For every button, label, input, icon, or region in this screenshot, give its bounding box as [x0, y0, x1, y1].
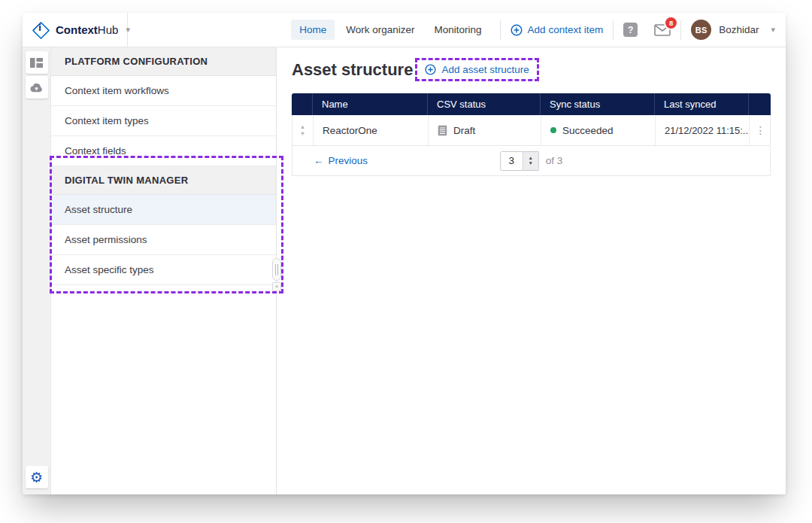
section-platform-configuration: PLATFORM CONFIGURATION	[51, 47, 276, 76]
expand-down-icon: ▼	[300, 132, 305, 136]
divider	[500, 20, 501, 40]
expand-up-icon: ▲	[300, 125, 305, 129]
cell-last-synced: 21/12/2022 11:15:...	[655, 115, 749, 145]
notification-count-badge: 8	[665, 17, 677, 29]
gear-icon: ⚙	[30, 470, 43, 485]
sidebar-scrollbar-thumb[interactable]	[272, 258, 281, 281]
previous-page-button[interactable]: ← Previous	[314, 155, 368, 166]
sidebar-item-context-item-types[interactable]: Context item types	[51, 106, 276, 136]
page-header: Asset structure Add asset structure	[292, 58, 771, 81]
sidebar-item-asset-specific-types[interactable]: Asset specific types	[51, 255, 276, 285]
document-icon	[438, 125, 447, 136]
success-dot-icon	[550, 127, 556, 133]
layout-grid-icon	[30, 57, 43, 68]
table-row: ▲ ▼ ReactorOne Draft Succeeded	[292, 115, 771, 146]
page-number-input[interactable]	[500, 151, 523, 171]
table-header-row: Name CSV status Sync status Last synced	[292, 93, 771, 115]
cloud-upload-icon	[29, 82, 44, 93]
asset-structure-table: Name CSV status Sync status Last synced …	[292, 93, 771, 176]
settings-sidebar: PLATFORM CONFIGURATION Context item work…	[51, 47, 277, 494]
settings-rail-button[interactable]: ⚙	[26, 466, 48, 488]
cell-csv-status: Draft	[428, 115, 541, 145]
brand-menu[interactable]: i ContextHub ▾	[23, 13, 128, 47]
app-body: ⚙ PLATFORM CONFIGURATION Context item wo…	[23, 47, 786, 494]
expander-column-header	[292, 93, 312, 115]
user-menu[interactable]: BS Bozhidar ▾	[691, 20, 775, 40]
column-header-csv-status: CSV status	[427, 93, 540, 115]
table-pagination: ← Previous ▲ ▼ of 3	[292, 146, 771, 176]
stepper-down-icon: ▼	[529, 161, 533, 166]
row-expander[interactable]: ▲ ▼	[292, 115, 313, 145]
tab-work-organizer[interactable]: Work organizer	[338, 20, 423, 40]
page-number-control: ▲ ▼ of 3	[500, 151, 563, 171]
brand-name: ContextHub	[56, 23, 118, 36]
user-name: Bozhidar	[719, 24, 759, 35]
column-header-last-synced: Last synced	[654, 93, 748, 115]
page-total-label: of 3	[546, 155, 563, 166]
sidebar-item-asset-structure[interactable]: Asset structure	[51, 195, 276, 225]
scrollbar-close-icon[interactable]: ×	[272, 282, 281, 291]
user-chevron-down-icon: ▾	[771, 25, 775, 35]
app-window: i ContextHub ▾ Home Work organizer Monit…	[23, 13, 786, 494]
annotation-add-asset-highlight: Add asset structure	[415, 58, 538, 81]
grip-icon	[275, 264, 278, 275]
page-title: Asset structure	[292, 60, 413, 80]
topbar-right: Home Work organizer Monitoring Add conte…	[128, 20, 786, 40]
arrow-left-icon: ←	[314, 155, 324, 166]
main-content: Asset structure Add asset structure Name…	[277, 47, 786, 494]
actions-column-header	[748, 93, 771, 115]
upload-rail-button[interactable]	[26, 76, 48, 99]
cell-sync-status: Succeeded	[541, 115, 655, 145]
cell-name: ReactorOne	[313, 115, 428, 145]
top-navigation-bar: i ContextHub ▾ Home Work organizer Monit…	[23, 13, 786, 47]
column-header-sync-status: Sync status	[540, 93, 654, 115]
add-asset-structure-button[interactable]: Add asset structure	[425, 64, 529, 75]
row-actions-kebab-icon[interactable]: ⋮	[749, 115, 771, 145]
help-button[interactable]: ?	[623, 23, 638, 37]
user-avatar: BS	[691, 20, 711, 40]
sidebar-item-asset-permissions[interactable]: Asset permissions	[51, 225, 276, 255]
section-digital-twin-manager: DIGITAL TWIN MANAGER	[51, 166, 276, 195]
contexthub-logo-icon: i	[32, 21, 50, 39]
plus-circle-icon	[511, 24, 523, 36]
dashboard-rail-button[interactable]	[26, 51, 48, 74]
divider	[613, 20, 614, 40]
page-number-stepper[interactable]: ▲ ▼	[523, 151, 539, 171]
tab-monitoring[interactable]: Monitoring	[426, 20, 490, 40]
add-context-item-button[interactable]: Add context item	[511, 24, 604, 36]
icon-rail: ⚙	[23, 47, 51, 494]
divider	[680, 20, 681, 40]
sidebar-item-context-item-workflows[interactable]: Context item workflows	[51, 76, 276, 106]
desktop-background: i ContextHub ▾ Home Work organizer Monit…	[0, 0, 812, 523]
column-header-name: Name	[312, 93, 427, 115]
plus-circle-icon	[425, 64, 436, 75]
tab-home[interactable]: Home	[291, 20, 335, 40]
main-nav-tabs: Home Work organizer Monitoring	[291, 20, 489, 40]
sidebar-item-context-fields[interactable]: Context fields	[51, 136, 276, 166]
notifications-button[interactable]: 8	[654, 24, 671, 36]
